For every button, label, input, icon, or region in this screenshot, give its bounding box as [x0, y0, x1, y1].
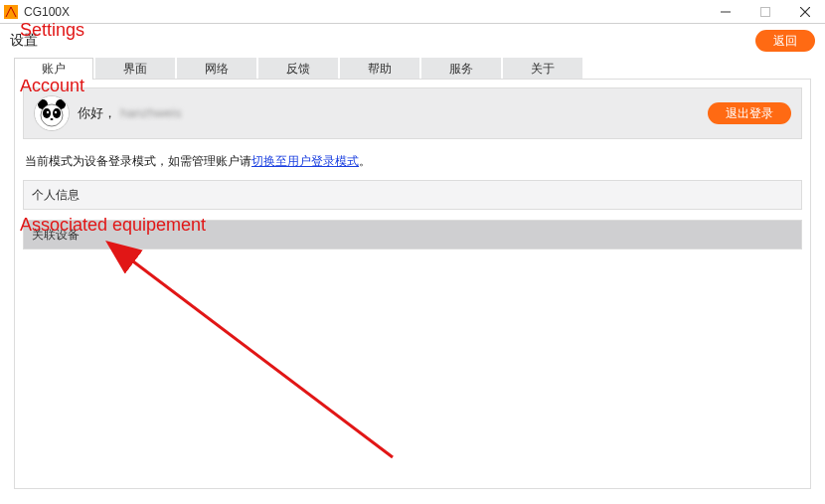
tab-network[interactable]: 网络 [177, 58, 256, 80]
tab-ui[interactable]: 界面 [95, 58, 175, 80]
avatar [34, 95, 70, 131]
greeting-text: 你好，hanzhweis [78, 104, 181, 122]
title-bar: CG100X [0, 0, 825, 24]
tab-service[interactable]: 服务 [421, 58, 501, 80]
section-personal-label: 个人信息 [32, 187, 80, 204]
switch-mode-link[interactable]: 切换至用户登录模式 [251, 154, 359, 168]
section-personal-info[interactable]: 个人信息 [23, 180, 802, 210]
mode-line: 当前模式为设备登录模式，如需管理账户请切换至用户登录模式。 [15, 139, 810, 180]
svg-point-13 [51, 118, 54, 120]
window-title: CG100X [24, 5, 70, 19]
section-associated-devices[interactable]: 关联设备 [23, 220, 802, 250]
window-maximize-button[interactable] [745, 0, 785, 24]
mode-prefix: 当前模式为设备登录模式，如需管理账户请 [25, 154, 251, 168]
sub-header: 设置 返回 [0, 24, 825, 58]
svg-point-11 [47, 111, 49, 113]
tab-help[interactable]: 帮助 [340, 58, 419, 80]
tab-account[interactable]: 账户 [14, 58, 93, 80]
svg-point-12 [55, 111, 57, 113]
greeting-label: 你好， [78, 105, 116, 120]
window-close-button[interactable] [785, 0, 825, 24]
svg-point-9 [43, 108, 51, 118]
page-title: 设置 [10, 32, 38, 50]
section-devices-label: 关联设备 [32, 227, 80, 244]
greeting-username: hanzhweis [120, 105, 181, 120]
tabs: 账户 界面 网络 反馈 帮助 服务 关于 [0, 58, 825, 80]
content-panel: 你好，hanzhweis 退出登录 当前模式为设备登录模式，如需管理账户请切换至… [14, 79, 811, 489]
mode-suffix: 。 [359, 154, 371, 168]
logout-button[interactable]: 退出登录 [708, 102, 791, 124]
greeting-box: 你好，hanzhweis 退出登录 [23, 87, 802, 139]
window-minimize-button[interactable] [706, 0, 745, 24]
svg-rect-2 [761, 7, 770, 16]
svg-point-10 [53, 108, 61, 118]
app-icon [4, 5, 18, 19]
tab-about[interactable]: 关于 [503, 58, 582, 80]
tab-feedback[interactable]: 反馈 [258, 58, 338, 80]
back-button[interactable]: 返回 [755, 30, 815, 52]
